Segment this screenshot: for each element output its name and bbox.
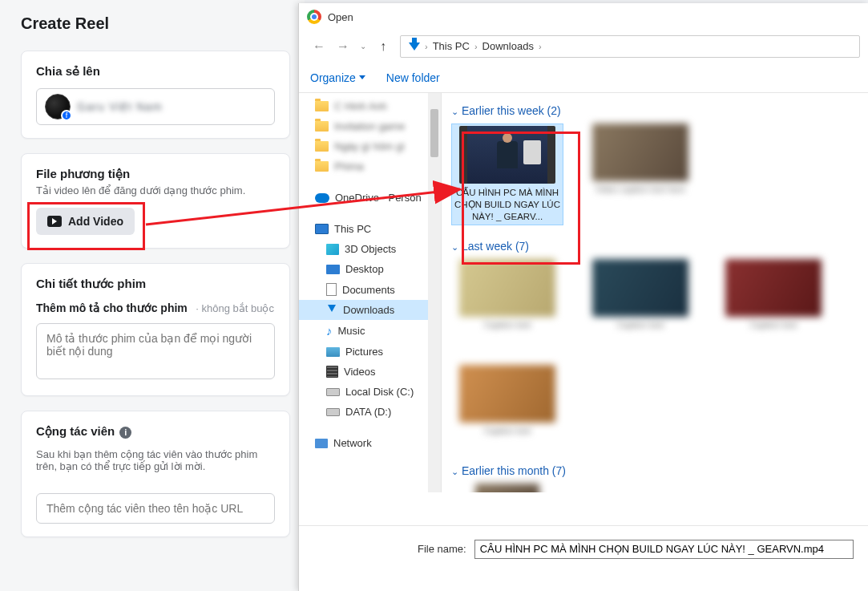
nav-up-button[interactable]: ↑ [371, 34, 395, 59]
share-card: Chia sẻ lên f Garu Việt Nam [21, 51, 290, 139]
page-title: Create Reel [21, 14, 290, 33]
caret-down-icon [359, 75, 365, 79]
nav-back-button[interactable]: ← [307, 34, 331, 59]
file-item[interactable]: Caption text [584, 259, 696, 344]
group-header[interactable]: ⌄Last week (7) [451, 240, 860, 253]
sidebar-scrollbar[interactable] [428, 93, 441, 492]
optional-label: · không bắt buộc [196, 302, 274, 314]
crumb-thispc[interactable]: This PC [433, 40, 470, 52]
tree-localdisk[interactable]: Local Disk (C:) [299, 382, 441, 402]
chevron-down-icon: ⌄ [451, 107, 458, 116]
media-card: File phương tiện Tải video lên để đăng d… [21, 153, 290, 249]
tree-3dobjects[interactable]: 3D Objects [299, 239, 441, 259]
tree-datadisk[interactable]: DATA (D:) [299, 402, 441, 422]
newfolder-button[interactable]: New folder [386, 71, 440, 84]
nav-row: ← → ⌄ ↑ › This PC › Downloads › [299, 30, 868, 63]
group-header[interactable]: ⌄Earlier this week (2) [451, 104, 860, 117]
chevron-down-icon: ⌄ [451, 242, 458, 252]
onedrive-icon [315, 193, 329, 203]
video-thumbnail [725, 259, 822, 317]
film-icon [326, 366, 338, 378]
file-item[interactable] [451, 484, 563, 492]
chevron-right-icon: › [539, 42, 542, 51]
dialog-titlebar: Open [299, 3, 868, 30]
avatar: f [45, 94, 71, 119]
music-icon: ♪ [326, 324, 333, 338]
share-account-row[interactable]: f Garu Việt Nam [36, 88, 275, 125]
tree-folder[interactable]: C Hinh Anh [299, 96, 441, 116]
dialog-toolbar: Organize New folder [299, 63, 868, 93]
video-icon [47, 216, 62, 227]
media-subtitle: Tải video lên để đăng dưới dạng thước ph… [36, 184, 275, 196]
info-icon[interactable]: i [119, 427, 131, 439]
tree-thispc[interactable]: This PC [299, 219, 441, 239]
breadcrumb[interactable]: › This PC › Downloads › [400, 35, 860, 58]
file-item-selected[interactable]: CẤU HÌNH PC MÀ MÌNH CHỌN BUILD NGAY LÚC … [451, 123, 563, 225]
download-icon [326, 305, 337, 316]
video-thumbnail [475, 484, 539, 492]
folder-icon [315, 141, 329, 152]
document-icon [326, 283, 337, 296]
desc-label: Thêm mô tả cho thước phim [36, 302, 188, 314]
folder-icon [315, 161, 329, 172]
filename-label: File name: [418, 543, 466, 555]
arrow-up-icon: ↑ [380, 39, 386, 54]
explorer-body: C Hinh Anh Invitation game Ngày gì hôm g… [299, 93, 868, 492]
video-thumbnail [592, 123, 688, 181]
tree-folder[interactable]: Phima [299, 156, 441, 176]
add-video-button[interactable]: Add Video [36, 208, 135, 235]
description-textarea[interactable] [36, 323, 275, 379]
details-card: Chi tiết thước phim Thêm mô tả cho thước… [21, 263, 290, 396]
nav-forward-button[interactable]: → [331, 34, 355, 59]
filename-input[interactable] [474, 540, 854, 559]
collab-input[interactable] [36, 493, 275, 524]
facebook-badge-icon: f [61, 110, 72, 121]
file-item[interactable]: Caption text [717, 259, 830, 344]
folder-icon [315, 101, 329, 111]
cube-icon [326, 244, 339, 255]
chevron-down-icon: ⌄ [360, 42, 366, 51]
tree-videos[interactable]: Videos [299, 362, 441, 382]
collab-text: Sau khi bạn thêm cộng tác viên vào thước… [36, 448, 275, 472]
tree-folder[interactable]: Invitation game [299, 116, 441, 136]
tree-music[interactable]: ♪Music [299, 320, 441, 342]
chrome-icon [307, 10, 321, 24]
tree-folder[interactable]: Ngày gì hôm gì [299, 136, 441, 156]
collab-card: Cộng tác viên i Sau khi bạn thêm cộng tá… [21, 411, 290, 537]
tree-onedrive[interactable]: OneDrive - Person [299, 188, 441, 208]
network-icon [315, 439, 328, 448]
file-item[interactable]: Caption text [451, 365, 563, 450]
file-item[interactable]: Video caption text here [584, 123, 696, 225]
dialog-title: Open [328, 11, 353, 23]
tree-network[interactable]: Network [299, 433, 441, 453]
crumb-downloads[interactable]: Downloads [482, 40, 534, 52]
desktop-icon [326, 265, 340, 274]
file-list: ⌄Earlier this week (2) CẤU HÌNH PC MÀ MÌ… [442, 93, 868, 492]
file-item[interactable]: Caption text [451, 259, 563, 344]
collab-heading: Cộng tác viên i [36, 424, 275, 439]
group-header[interactable]: ⌄Earlier this month (7) [451, 464, 860, 477]
chevron-right-icon: › [474, 42, 478, 51]
filename-row: File name: [299, 525, 868, 572]
chevron-down-icon: ⌄ [451, 467, 458, 476]
video-thumbnail [459, 259, 555, 317]
arrow-left-icon: ← [313, 39, 325, 54]
share-account-name: Garu Việt Nam [77, 100, 163, 113]
pictures-icon [326, 347, 340, 357]
folder-icon [315, 121, 329, 132]
video-thumbnail [459, 126, 555, 184]
tree-documents[interactable]: Documents [299, 279, 441, 300]
tree-desktop[interactable]: Desktop [299, 259, 441, 279]
downloads-icon [406, 38, 423, 55]
media-heading: File phương tiện [36, 167, 275, 181]
tree-downloads[interactable]: Downloads [299, 300, 441, 320]
organize-menu[interactable]: Organize [310, 71, 365, 84]
tree-pictures[interactable]: Pictures [299, 342, 441, 362]
chevron-right-icon: › [425, 42, 428, 51]
nav-recent-button[interactable]: ⌄ [355, 34, 371, 59]
disk-icon [326, 408, 340, 416]
share-heading: Chia sẻ lên [36, 64, 275, 79]
file-open-dialog: Open ← → ⌄ ↑ › This PC › Downloads › Org… [298, 3, 868, 591]
create-reel-panel: Create Reel Chia sẻ lên f Garu Việt Nam … [0, 0, 305, 591]
thispc-icon [315, 224, 329, 234]
